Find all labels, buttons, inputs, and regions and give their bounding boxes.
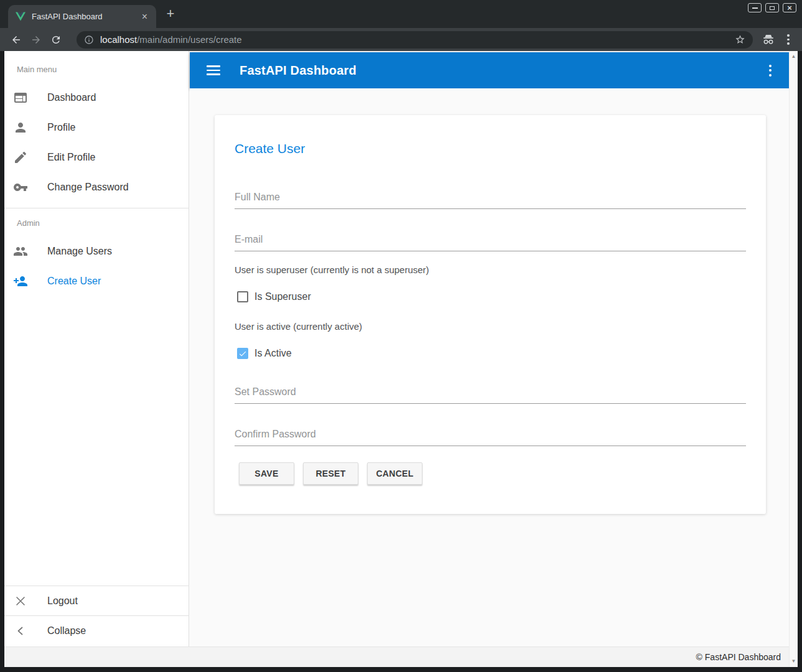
person-icon (13, 120, 28, 135)
active-caption: User is active (currently active) (235, 321, 746, 332)
main-content: Create User User is superuser (currently… (190, 88, 789, 646)
vue-logo-icon (16, 12, 26, 21)
checkmark-icon (238, 349, 247, 358)
browser-toolbar: localhost/main/admin/users/create (0, 28, 802, 51)
back-button[interactable] (11, 34, 22, 45)
sidebar-item-change-password[interactable]: Change Password (4, 172, 189, 202)
sidebar-item-collapse[interactable]: Collapse (4, 615, 189, 645)
app-footer: © FastAPI Dashboard (4, 646, 789, 667)
sidebar-section-main-menu: Main menu (17, 65, 189, 74)
browser-titlebar: FastAPI Dashboard × + × (0, 0, 802, 28)
sidebar: Main menu Dashboard Profile Edit Profile (4, 51, 189, 646)
minimize-icon (752, 7, 758, 9)
sidebar-item-manage-users[interactable]: Manage Users (4, 236, 189, 266)
app-header: FastAPI Dashboard (190, 52, 789, 88)
hamburger-menu-icon[interactable] (207, 65, 220, 75)
close-icon: × (787, 4, 792, 11)
scroll-up-icon[interactable]: ▲ (791, 54, 796, 59)
sidebar-item-label: Collapse (47, 625, 86, 637)
sidebar-bottom-group: Logout Collapse (4, 586, 189, 645)
new-tab-button[interactable]: + (163, 7, 178, 21)
confirm-password-field-wrap (235, 429, 746, 446)
person-add-icon (13, 274, 28, 289)
sidebar-item-edit-profile[interactable]: Edit Profile (4, 142, 189, 172)
page-info-icon[interactable] (84, 35, 94, 45)
browser-menu-button[interactable] (785, 34, 791, 45)
app-title: FastAPI Dashboard (240, 63, 357, 78)
active-checkbox[interactable] (237, 348, 248, 359)
sidebar-item-label: Dashboard (47, 92, 96, 103)
superuser-checkbox[interactable] (237, 291, 248, 302)
sidebar-item-label: Create User (47, 276, 101, 287)
sidebar-item-logout[interactable]: Logout (4, 586, 189, 615)
app-viewport: Main menu Dashboard Profile Edit Profile (4, 51, 798, 667)
maximize-button[interactable] (765, 3, 779, 12)
pencil-icon (13, 150, 28, 165)
browser-tab[interactable]: FastAPI Dashboard × (8, 5, 156, 28)
vertical-scrollbar[interactable]: ▲ ▼ (789, 51, 798, 667)
page-title: Create User (235, 141, 746, 156)
sidebar-divider (4, 208, 189, 208)
forward-button[interactable] (30, 34, 42, 45)
url-path: /main/admin/users/create (137, 34, 241, 45)
sidebar-item-label: Logout (47, 595, 78, 607)
url-bar[interactable]: localhost/main/admin/users/create (77, 31, 753, 49)
window-controls: × (748, 3, 796, 12)
key-icon (13, 180, 28, 195)
superuser-caption: User is superuser (currently is not a su… (235, 264, 746, 275)
active-checkbox-row[interactable]: Is Active (235, 348, 746, 359)
close-button[interactable]: × (783, 3, 796, 12)
bookmark-star-icon[interactable] (735, 34, 745, 45)
sidebar-item-dashboard[interactable]: Dashboard (4, 83, 189, 113)
sidebar-item-profile[interactable]: Profile (4, 113, 189, 142)
active-checkbox-label: Is Active (254, 348, 292, 359)
full-name-field-wrap (235, 192, 746, 209)
email-field-wrap (235, 234, 746, 251)
sidebar-section-admin: Admin (17, 218, 189, 228)
footer-text: © FastAPI Dashboard (696, 652, 781, 662)
web-icon (13, 90, 28, 105)
full-name-input[interactable] (235, 192, 746, 209)
people-icon (13, 244, 28, 259)
cancel-button[interactable]: CANCEL (367, 462, 422, 485)
confirm-password-input[interactable] (235, 429, 746, 446)
app-menu-button[interactable] (769, 65, 772, 77)
tab-close-icon[interactable]: × (141, 12, 149, 22)
url-host: localhost (100, 34, 137, 45)
superuser-checkbox-label: Is Superuser (254, 291, 311, 302)
sidebar-item-label: Edit Profile (47, 152, 95, 163)
set-password-input[interactable] (235, 386, 746, 404)
create-user-card: Create User User is superuser (currently… (215, 115, 766, 514)
scroll-down-icon[interactable]: ▼ (791, 659, 796, 664)
save-button[interactable]: SAVE (239, 462, 294, 485)
reload-button[interactable] (50, 34, 62, 45)
sidebar-item-label: Change Password (47, 182, 129, 193)
url-text[interactable]: localhost/main/admin/users/create (100, 34, 242, 45)
close-x-icon (13, 594, 28, 609)
sidebar-item-create-user[interactable]: Create User (4, 266, 189, 296)
chevron-left-icon (13, 623, 28, 638)
superuser-checkbox-row[interactable]: Is Superuser (235, 291, 746, 302)
set-password-field-wrap (235, 386, 746, 404)
browser-window: FastAPI Dashboard × + × localhost/main/a… (0, 0, 802, 672)
email-input[interactable] (235, 234, 746, 251)
tab-title: FastAPI Dashboard (32, 12, 141, 21)
reset-button[interactable]: RESET (303, 462, 358, 485)
minimize-button[interactable] (748, 3, 762, 12)
sidebar-item-label: Profile (47, 122, 75, 133)
form-actions: SAVE RESET CANCEL (239, 462, 746, 485)
maximize-icon (770, 6, 775, 10)
incognito-icon (762, 34, 775, 45)
sidebar-item-label: Manage Users (47, 246, 112, 257)
